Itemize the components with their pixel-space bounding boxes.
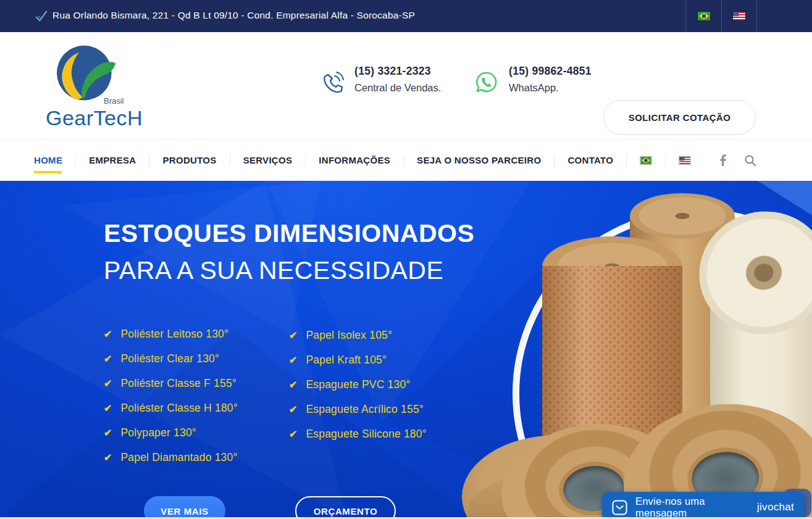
phone-label: Central de Vendas. [354,82,441,94]
product-name: Espaguete Acrílico 155° [306,403,424,416]
product-list-right: ✔Papel Isolex 105° ✔Papel Kraft 105° ✔Es… [289,323,427,446]
check-icon: ✔ [104,402,112,414]
double-check-icon [35,9,48,23]
envelope-icon [612,500,627,515]
main-nav: HOME EMPRESA PRODUTOS SERVIÇOS INFORMAÇÕ… [0,139,812,181]
search-icon[interactable] [744,154,756,167]
phone-icon [320,70,345,94]
nav-item-contato[interactable]: CONTATO [555,155,626,165]
phone-contact: (15) 3321-2323 Central de Vendas. [320,65,441,94]
whatsapp-label: WhatsApp. [509,82,592,94]
language-english[interactable] [721,0,757,32]
logo-globe-icon [54,44,119,104]
nav-language-brazil[interactable] [627,157,665,164]
list-item: ✔Poliéster Classe H 180° [104,396,238,420]
whatsapp-number[interactable]: (15) 99862-4851 [509,65,592,78]
phone-number[interactable]: (15) 3321-2323 [354,65,441,78]
check-icon: ✔ [289,404,297,415]
nav-item-produtos[interactable]: PRODUTOS [149,155,229,165]
logo-tagline: Brasil [104,96,124,106]
list-item: ✔Papel Isolex 105° [289,323,427,347]
request-quote-button[interactable]: SOLICITAR COTAÇÃO [603,100,756,135]
whatsapp-contact: (15) 99862-4851 WhatsApp. [474,65,592,94]
product-name: Papel Diamantado 130° [120,451,237,464]
nav-item-servicos[interactable]: SERVIÇOS [230,155,306,165]
list-item: ✔Poliéster Classe F 155° [104,371,238,396]
company-address: Rua Orlando Bismara, 221 - Qd B Lt 09/10… [52,10,415,21]
ver-mais-button[interactable]: VER MAIS [144,496,225,517]
logo[interactable]: Brasil GearTecH [46,32,144,139]
nav-item-parceiro[interactable]: SEJA O NOSSO PARCEIRO [404,155,554,165]
hero-title: ESTOQUES DIMENSIONADOS PARA A SUA NECESS… [104,215,474,289]
list-item: ✔Polypaper 130° [104,420,238,445]
product-name: Poliéster Classe F 155° [120,377,236,390]
check-icon: ✔ [104,353,112,365]
check-icon: ✔ [289,428,297,440]
usa-flag-icon [679,157,690,164]
nav-item-home[interactable]: HOME [34,155,75,165]
check-icon: ✔ [104,427,112,439]
list-item: ✔Papel Kraft 105° [289,347,427,372]
nav-language-english[interactable] [666,157,704,164]
product-name: Poliéster Classe H 180° [120,402,238,415]
facebook-icon[interactable] [719,154,727,167]
product-name: Poliéster Clear 130° [120,352,219,365]
orcamento-button[interactable]: ORÇAMENTO [295,496,396,517]
whatsapp-icon [474,70,499,94]
list-item: ✔Poliéster Clear 130° [104,346,238,371]
product-name: Espaguete Silicone 180° [306,428,427,441]
product-list-left: ✔Poliéster Leitoso 130° ✔Poliéster Clear… [104,322,238,470]
check-icon: ✔ [289,354,297,366]
product-name: Poliéster Leitoso 130° [120,328,228,341]
check-icon: ✔ [104,378,112,389]
nav-item-empresa[interactable]: EMPRESA [76,155,149,165]
list-item: ✔Espaguete PVC 130° [289,372,427,397]
hero-banner: ESTOQUES DIMENSIONADOS PARA A SUA NECESS… [0,181,812,517]
list-item: ✔Espaguete Silicone 180° [289,421,427,446]
chat-message: Envie-nos uma mensagem [635,496,757,517]
brazil-flag-icon [640,157,651,164]
language-brazil[interactable] [685,0,721,32]
usa-flag-icon [733,12,745,20]
site-header: Brasil GearTecH (15) 3321-2323 Central d… [0,32,812,139]
logo-brand-name: GearTecH [46,106,143,130]
brazil-flag-icon [698,12,710,20]
phone-text: (15) 3321-2323 Central de Vendas. [354,65,441,94]
product-name: Papel Kraft 105° [306,354,387,367]
product-name: Papel Isolex 105° [306,329,392,342]
nav-item-informacoes[interactable]: INFORMAÇÕES [306,155,403,165]
chat-widget[interactable]: Envie-nos uma mensagem jivochat [602,492,804,517]
product-name: Espaguete PVC 130° [306,378,410,391]
check-icon: ✔ [289,379,297,391]
product-name: Polypaper 130° [120,426,196,439]
list-item: ✔Papel Diamantado 130° [104,445,238,470]
check-icon: ✔ [289,330,297,341]
hero-title-line2: PARA A SUA NECESSIDADE [104,252,474,289]
list-item: ✔Espaguete Acrílico 155° [289,397,427,421]
topbar: Rua Orlando Bismara, 221 - Qd B Lt 09/10… [0,0,812,32]
check-icon: ✔ [104,452,112,463]
topbar-language-switcher [685,0,757,32]
list-item: ✔Poliéster Leitoso 130° [104,322,238,346]
hero-title-line1: ESTOQUES DIMENSIONADOS [104,215,474,252]
jivochat-logo: jivochat [757,501,794,513]
whatsapp-text: (15) 99862-4851 WhatsApp. [509,65,592,94]
check-icon: ✔ [104,328,112,340]
nav-icons [719,154,756,167]
